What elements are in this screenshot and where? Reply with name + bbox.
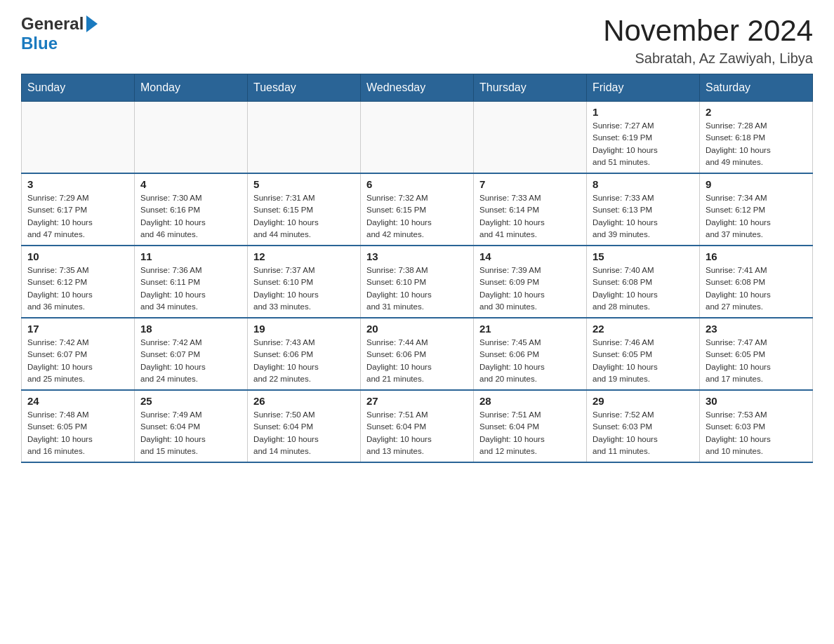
day-number: 14 <box>479 250 581 262</box>
calendar-cell: 29Sunrise: 7:52 AM Sunset: 6:03 PM Dayli… <box>587 390 700 462</box>
day-info: Sunrise: 7:34 AM Sunset: 6:12 PM Dayligh… <box>706 192 807 241</box>
calendar-cell: 16Sunrise: 7:41 AM Sunset: 6:08 PM Dayli… <box>700 246 813 318</box>
calendar-week-row: 3Sunrise: 7:29 AM Sunset: 6:17 PM Daylig… <box>22 173 813 246</box>
day-number: 17 <box>27 323 128 335</box>
day-info: Sunrise: 7:45 AM Sunset: 6:06 PM Dayligh… <box>479 337 581 385</box>
calendar-cell: 9Sunrise: 7:34 AM Sunset: 6:12 PM Daylig… <box>700 173 813 246</box>
day-number: 8 <box>593 178 694 190</box>
day-info: Sunrise: 7:42 AM Sunset: 6:07 PM Dayligh… <box>27 337 128 385</box>
day-number: 12 <box>253 250 355 262</box>
calendar-cell <box>135 102 248 174</box>
calendar-cell: 8Sunrise: 7:33 AM Sunset: 6:13 PM Daylig… <box>587 173 700 246</box>
day-info: Sunrise: 7:50 AM Sunset: 6:04 PM Dayligh… <box>253 409 355 457</box>
calendar-cell: 7Sunrise: 7:33 AM Sunset: 6:14 PM Daylig… <box>474 173 587 246</box>
weekday-header-monday: Monday <box>135 74 248 102</box>
calendar-cell: 5Sunrise: 7:31 AM Sunset: 6:15 PM Daylig… <box>248 173 361 246</box>
day-number: 15 <box>593 250 694 262</box>
day-number: 10 <box>27 250 128 262</box>
weekday-header-friday: Friday <box>587 74 700 102</box>
logo-arrow-icon <box>86 15 98 32</box>
calendar-cell: 17Sunrise: 7:42 AM Sunset: 6:07 PM Dayli… <box>22 318 135 390</box>
calendar-cell: 20Sunrise: 7:44 AM Sunset: 6:06 PM Dayli… <box>361 318 474 390</box>
day-number: 29 <box>593 395 694 407</box>
day-info: Sunrise: 7:49 AM Sunset: 6:04 PM Dayligh… <box>140 409 241 457</box>
calendar-cell: 28Sunrise: 7:51 AM Sunset: 6:04 PM Dayli… <box>474 390 587 462</box>
day-number: 21 <box>479 323 581 335</box>
day-number: 18 <box>140 323 241 335</box>
calendar-cell: 27Sunrise: 7:51 AM Sunset: 6:04 PM Dayli… <box>361 390 474 462</box>
logo-general-text: General <box>21 14 84 34</box>
day-info: Sunrise: 7:51 AM Sunset: 6:04 PM Dayligh… <box>479 409 581 457</box>
day-info: Sunrise: 7:47 AM Sunset: 6:05 PM Dayligh… <box>706 337 807 385</box>
day-info: Sunrise: 7:35 AM Sunset: 6:12 PM Dayligh… <box>27 264 128 313</box>
day-number: 9 <box>706 178 807 190</box>
day-number: 11 <box>140 250 241 262</box>
day-info: Sunrise: 7:51 AM Sunset: 6:04 PM Dayligh… <box>366 409 468 457</box>
calendar-cell: 21Sunrise: 7:45 AM Sunset: 6:06 PM Dayli… <box>474 318 587 390</box>
day-number: 1 <box>593 106 694 118</box>
day-info: Sunrise: 7:44 AM Sunset: 6:06 PM Dayligh… <box>366 337 468 385</box>
day-info: Sunrise: 7:42 AM Sunset: 6:07 PM Dayligh… <box>140 337 241 385</box>
calendar-cell <box>474 102 587 174</box>
day-info: Sunrise: 7:53 AM Sunset: 6:03 PM Dayligh… <box>706 409 807 457</box>
day-info: Sunrise: 7:33 AM Sunset: 6:13 PM Dayligh… <box>593 192 694 241</box>
weekday-header-thursday: Thursday <box>474 74 587 102</box>
weekday-header-saturday: Saturday <box>700 74 813 102</box>
day-info: Sunrise: 7:31 AM Sunset: 6:15 PM Dayligh… <box>253 192 355 241</box>
calendar-cell: 3Sunrise: 7:29 AM Sunset: 6:17 PM Daylig… <box>22 173 135 246</box>
calendar-cell <box>361 102 474 174</box>
calendar-cell: 22Sunrise: 7:46 AM Sunset: 6:05 PM Dayli… <box>587 318 700 390</box>
day-number: 4 <box>140 178 241 190</box>
day-info: Sunrise: 7:41 AM Sunset: 6:08 PM Dayligh… <box>706 264 807 313</box>
weekday-header-sunday: Sunday <box>22 74 135 102</box>
calendar-cell: 18Sunrise: 7:42 AM Sunset: 6:07 PM Dayli… <box>135 318 248 390</box>
calendar-cell: 14Sunrise: 7:39 AM Sunset: 6:09 PM Dayli… <box>474 246 587 318</box>
calendar-week-row: 1Sunrise: 7:27 AM Sunset: 6:19 PM Daylig… <box>22 102 813 174</box>
day-number: 27 <box>366 395 468 407</box>
day-number: 2 <box>706 106 807 118</box>
calendar-cell: 15Sunrise: 7:40 AM Sunset: 6:08 PM Dayli… <box>587 246 700 318</box>
calendar-week-row: 10Sunrise: 7:35 AM Sunset: 6:12 PM Dayli… <box>22 246 813 318</box>
day-number: 28 <box>479 395 581 407</box>
day-number: 7 <box>479 178 581 190</box>
day-info: Sunrise: 7:36 AM Sunset: 6:11 PM Dayligh… <box>140 264 241 313</box>
calendar-cell: 19Sunrise: 7:43 AM Sunset: 6:06 PM Dayli… <box>248 318 361 390</box>
day-number: 5 <box>253 178 355 190</box>
calendar-cell <box>248 102 361 174</box>
calendar-cell: 4Sunrise: 7:30 AM Sunset: 6:16 PM Daylig… <box>135 173 248 246</box>
calendar-cell: 12Sunrise: 7:37 AM Sunset: 6:10 PM Dayli… <box>248 246 361 318</box>
calendar-cell <box>22 102 135 174</box>
calendar-cell: 13Sunrise: 7:38 AM Sunset: 6:10 PM Dayli… <box>361 246 474 318</box>
day-number: 6 <box>366 178 468 190</box>
calendar-cell: 6Sunrise: 7:32 AM Sunset: 6:15 PM Daylig… <box>361 173 474 246</box>
calendar-cell: 24Sunrise: 7:48 AM Sunset: 6:05 PM Dayli… <box>22 390 135 462</box>
day-info: Sunrise: 7:28 AM Sunset: 6:18 PM Dayligh… <box>706 120 807 168</box>
day-number: 24 <box>27 395 128 407</box>
calendar-cell: 23Sunrise: 7:47 AM Sunset: 6:05 PM Dayli… <box>700 318 813 390</box>
day-info: Sunrise: 7:27 AM Sunset: 6:19 PM Dayligh… <box>593 120 694 168</box>
weekday-header-wednesday: Wednesday <box>361 74 474 102</box>
day-number: 3 <box>27 178 128 190</box>
day-number: 22 <box>593 323 694 335</box>
calendar-cell: 30Sunrise: 7:53 AM Sunset: 6:03 PM Dayli… <box>700 390 813 462</box>
day-info: Sunrise: 7:33 AM Sunset: 6:14 PM Dayligh… <box>479 192 581 241</box>
calendar-cell: 10Sunrise: 7:35 AM Sunset: 6:12 PM Dayli… <box>22 246 135 318</box>
day-number: 13 <box>366 250 468 262</box>
day-number: 16 <box>706 250 807 262</box>
calendar-table: SundayMondayTuesdayWednesdayThursdayFrid… <box>21 74 813 463</box>
calendar-cell: 11Sunrise: 7:36 AM Sunset: 6:11 PM Dayli… <box>135 246 248 318</box>
calendar-cell: 1Sunrise: 7:27 AM Sunset: 6:19 PM Daylig… <box>587 102 700 174</box>
calendar-week-row: 17Sunrise: 7:42 AM Sunset: 6:07 PM Dayli… <box>22 318 813 390</box>
day-number: 23 <box>706 323 807 335</box>
day-info: Sunrise: 7:29 AM Sunset: 6:17 PM Dayligh… <box>27 192 128 241</box>
day-info: Sunrise: 7:52 AM Sunset: 6:03 PM Dayligh… <box>593 409 694 457</box>
logo: General Blue <box>21 14 98 53</box>
calendar-week-row: 24Sunrise: 7:48 AM Sunset: 6:05 PM Dayli… <box>22 390 813 462</box>
day-number: 19 <box>253 323 355 335</box>
calendar-cell: 25Sunrise: 7:49 AM Sunset: 6:04 PM Dayli… <box>135 390 248 462</box>
page-header: General Blue November 2024 Sabratah, Az … <box>21 14 813 67</box>
day-info: Sunrise: 7:40 AM Sunset: 6:08 PM Dayligh… <box>593 264 694 313</box>
day-number: 25 <box>140 395 241 407</box>
weekday-header-tuesday: Tuesday <box>248 74 361 102</box>
calendar-cell: 2Sunrise: 7:28 AM Sunset: 6:18 PM Daylig… <box>700 102 813 174</box>
